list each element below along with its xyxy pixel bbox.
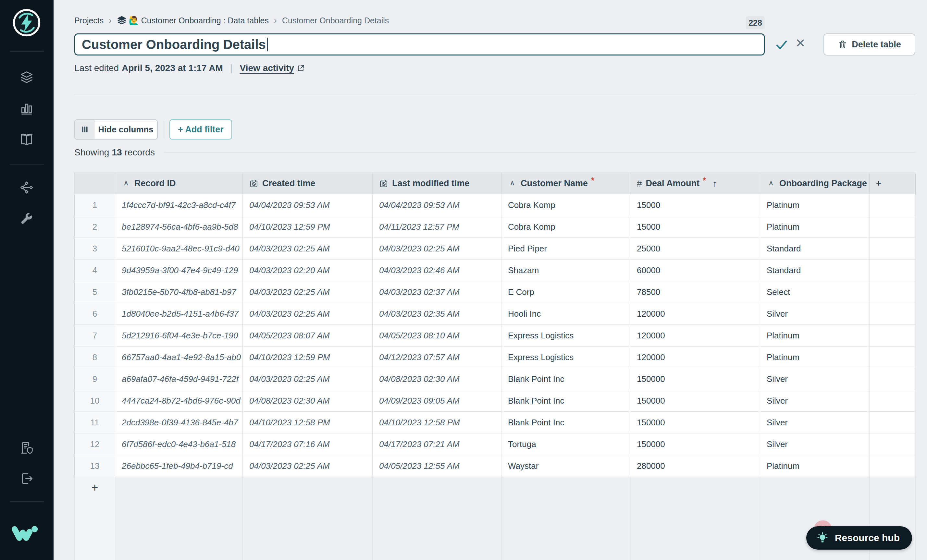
table-title-input[interactable]: Customer Onboarding Details (74, 33, 765, 56)
cell-empty[interactable] (869, 455, 916, 477)
cell-created-time[interactable]: 04/10/2023 12:59 PM (243, 216, 372, 238)
cell-onboarding-package[interactable]: Platinum (760, 325, 869, 346)
cell-record-id[interactable]: 5d212916-6f04-4e3e-b7ce-190 (115, 325, 243, 346)
cell-customer-name[interactable]: Cobra Komp (501, 216, 630, 238)
breadcrumb-projects[interactable]: Projects (74, 16, 103, 25)
row-number[interactable]: 10 (74, 390, 115, 412)
cell-empty[interactable] (869, 216, 916, 238)
cell-record-id[interactable]: 3fb0215e-5b70-4fb8-ab81-b97 (115, 281, 243, 303)
cell-onboarding-package[interactable]: Standard (760, 260, 869, 281)
row-number[interactable]: 9 (74, 368, 115, 390)
cell-empty[interactable] (869, 281, 916, 303)
cell-last-modified-time[interactable]: 04/05/2023 12:55 AM (372, 455, 501, 477)
cell-last-modified-time[interactable]: 04/10/2023 12:58 PM (372, 412, 501, 434)
cell-created-time[interactable]: 04/10/2023 12:59 PM (243, 346, 372, 368)
resource-hub-button[interactable]: Resource hub (806, 526, 912, 549)
view-activity-link[interactable]: View activity (240, 63, 305, 73)
cell-deal-amount[interactable]: 15000 (630, 194, 760, 216)
cell-last-modified-time[interactable]: 04/03/2023 02:46 AM (372, 260, 501, 281)
cell-last-modified-time[interactable]: 04/17/2023 07:21 AM (372, 434, 501, 455)
row-number[interactable]: 12 (74, 434, 115, 455)
sidebar-item-tools[interactable] (20, 211, 34, 226)
sidebar-item-logout[interactable] (20, 471, 34, 486)
cell-last-modified-time[interactable]: 04/04/2023 09:53 AM (372, 194, 501, 216)
sidebar-item-insights[interactable] (20, 101, 34, 115)
cell-created-time[interactable]: 04/03/2023 02:25 AM (243, 281, 372, 303)
cell-created-time[interactable]: 04/10/2023 12:58 PM (243, 412, 372, 434)
cell-customer-name[interactable]: Express Logistics (501, 346, 630, 368)
row-number[interactable]: 5 (74, 281, 115, 303)
cell-onboarding-package[interactable]: Standard (760, 238, 869, 260)
cell-onboarding-package[interactable]: Platinum (760, 194, 869, 216)
cell-last-modified-time[interactable]: 04/03/2023 02:25 AM (372, 238, 501, 260)
app-logo[interactable] (12, 8, 41, 37)
cell-deal-amount[interactable]: 120000 (630, 303, 760, 325)
cell-created-time[interactable]: 04/03/2023 02:25 AM (243, 303, 372, 325)
cell-empty[interactable] (869, 390, 916, 412)
cell-record-id[interactable]: 1f4ccc7d-bf91-42c3-a8cd-c4f7 (115, 194, 243, 216)
cell-onboarding-package[interactable]: Platinum (760, 216, 869, 238)
cell-last-modified-time[interactable]: 04/03/2023 02:35 AM (372, 303, 501, 325)
add-filter-button[interactable]: + Add filter (169, 119, 232, 140)
cell-record-id[interactable]: 5216010c-9aa2-48ec-91c9-d40 (115, 238, 243, 260)
delete-table-button[interactable]: Delete table (824, 33, 915, 56)
cell-deal-amount[interactable]: 15000 (630, 216, 760, 238)
cell-deal-amount[interactable]: 150000 (630, 412, 760, 434)
cell-created-time[interactable]: 04/03/2023 02:25 AM (243, 368, 372, 390)
cell-customer-name[interactable]: Cobra Komp (501, 194, 630, 216)
cell-empty[interactable] (869, 412, 916, 434)
cell-customer-name[interactable]: Blank Point Inc (501, 368, 630, 390)
sidebar-item-workflows[interactable] (20, 181, 34, 195)
hide-columns-button[interactable]: Hide columns (74, 119, 158, 140)
row-number[interactable]: 2 (74, 216, 115, 238)
cell-customer-name[interactable]: Pied Piper (501, 238, 630, 260)
cell-deal-amount[interactable]: 150000 (630, 390, 760, 412)
sidebar-item-library[interactable] (20, 133, 34, 147)
cell-record-id[interactable]: 1d8040ee-b2d5-4151-a4b6-f37 (115, 303, 243, 325)
cell-created-time[interactable]: 04/17/2023 07:16 AM (243, 434, 372, 455)
cell-last-modified-time[interactable]: 04/11/2023 12:57 PM (372, 216, 501, 238)
row-number[interactable]: 6 (74, 303, 115, 325)
row-number[interactable]: 4 (74, 260, 115, 281)
cell-created-time[interactable]: 04/03/2023 02:20 AM (243, 260, 372, 281)
cell-customer-name[interactable]: Express Logistics (501, 325, 630, 346)
column-header-customer-name[interactable]: ACustomer Name* (501, 173, 630, 194)
cell-deal-amount[interactable]: 120000 (630, 325, 760, 346)
cell-record-id[interactable]: 66757aa0-4aa1-4e92-8a15-ab0 (115, 346, 243, 368)
column-header-deal-amount[interactable]: #Deal Amount*↑ (630, 173, 760, 194)
row-number[interactable]: 1 (74, 194, 115, 216)
row-number[interactable]: 7 (74, 325, 115, 346)
sidebar-item-tables[interactable] (20, 70, 34, 84)
cell-customer-name[interactable]: Waystar (501, 455, 630, 477)
cancel-title-button[interactable]: ✕ (793, 36, 807, 50)
row-number[interactable]: 13 (74, 455, 115, 477)
cell-onboarding-package[interactable]: Silver (760, 368, 869, 390)
cell-deal-amount[interactable]: 150000 (630, 368, 760, 390)
cell-deal-amount[interactable]: 150000 (630, 434, 760, 455)
cell-onboarding-package[interactable]: Silver (760, 390, 869, 412)
cell-deal-amount[interactable]: 25000 (630, 238, 760, 260)
cell-customer-name[interactable]: Hooli Inc (501, 303, 630, 325)
cell-empty[interactable] (869, 368, 916, 390)
cell-created-time[interactable]: 04/05/2023 08:07 AM (243, 325, 372, 346)
cell-created-time[interactable]: 04/03/2023 02:25 AM (243, 238, 372, 260)
cell-record-id[interactable]: 26ebbc65-1feb-49b4-b719-cd (115, 455, 243, 477)
cell-empty[interactable] (869, 325, 916, 346)
cell-deal-amount[interactable]: 280000 (630, 455, 760, 477)
sidebar-item-organization[interactable] (20, 441, 34, 455)
cell-empty[interactable] (869, 303, 916, 325)
cell-empty[interactable] (869, 434, 916, 455)
cell-customer-name[interactable]: E Corp (501, 281, 630, 303)
row-number[interactable]: 11 (74, 412, 115, 434)
cell-empty[interactable] (869, 238, 916, 260)
cell-onboarding-package[interactable]: Platinum (760, 346, 869, 368)
row-number[interactable]: 8 (74, 346, 115, 368)
cell-empty[interactable] (869, 260, 916, 281)
cell-onboarding-package[interactable]: Silver (760, 412, 869, 434)
cell-deal-amount[interactable]: 120000 (630, 346, 760, 368)
row-number[interactable]: 3 (74, 238, 115, 260)
cell-record-id[interactable]: 2dcd398e-0f39-4136-845e-4b7 (115, 412, 243, 434)
cell-empty[interactable] (869, 346, 916, 368)
cell-record-id[interactable]: 9d43959a-3f00-47e4-9c49-129 (115, 260, 243, 281)
cell-deal-amount[interactable]: 60000 (630, 260, 760, 281)
